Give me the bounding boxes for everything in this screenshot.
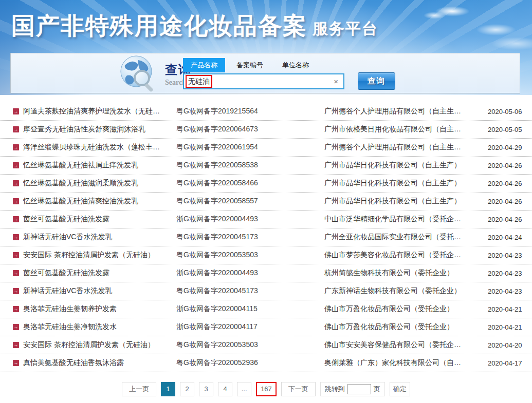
site-title: 国产非特殊用途化妆品备案服务平台 (11, 10, 378, 42)
filing-date: 2020-04-23 (488, 270, 522, 277)
company-name: 佛山市万盈化妆品有限公司（受托企业） (324, 322, 488, 332)
row-arrow-icon: → (13, 252, 19, 258)
row-arrow-icon: → (13, 126, 19, 132)
search-main: 产品名称 备案编号 单位名称 无硅油 × 查询 (183, 58, 395, 90)
product-name-link[interactable]: 阿道夫茶麸控油清爽养护理洗发水（无硅… (23, 107, 176, 116)
row-arrow-icon: → (13, 270, 19, 276)
search-tabs: 产品名称 备案编号 单位名称 (183, 58, 395, 72)
company-name: 佛山市梦莎美容化妆品有限公司（受托企… (324, 251, 488, 260)
page-number-button[interactable]: 167 (256, 382, 277, 396)
filing-number: 浙G妆网备字2020004117 (176, 322, 324, 332)
product-name-link[interactable]: 忆丝琳氨基酸无硅油滋润柔顺洗发乳 (23, 179, 176, 188)
row-arrow-icon: → (13, 324, 19, 330)
jump-label: 跳转到 (325, 385, 345, 394)
filing-date: 2020-04-26 (488, 162, 522, 169)
product-name-link[interactable]: 新神话无硅油VC香水洗发乳 (23, 286, 176, 296)
filing-number: 浙G妆网备字2020004115 (176, 304, 324, 314)
table-row: →阿道夫茶麸控油清爽养护理洗发水（无硅…粤G妆网备字2019215564广州德谷… (0, 103, 532, 121)
page-suffix-label: 页 (374, 385, 380, 394)
row-arrow-icon: → (13, 144, 19, 150)
company-name: 广州市品华日化科技有限公司（自主生产） (324, 197, 488, 206)
table-row: →摩登壹秀无硅油活性炭舒爽滋润沐浴乳粤G妆网备字2020064673广州市依格美… (0, 121, 532, 139)
filing-date: 2020-04-26 (488, 216, 522, 223)
page-number-button[interactable]: 2 (180, 382, 194, 396)
company-name: 广州德谷个人护理用品有限公司（自主生… (324, 143, 488, 152)
company-name: 广东新神话生物科技有限公司（委托企业） (324, 286, 488, 296)
table-row: →安安国际 茶籽控油清屑护发素（无硅油）粤G妆网备字2020053503佛山市安… (0, 336, 532, 354)
filing-number: 粤G妆网备字2020053503 (176, 340, 324, 350)
table-row: →海洋丝缎蝶贝珍珠无硅油洗发水（蓬松丰…粤G妆网备字2020061954广州德谷… (0, 139, 532, 157)
product-name-link[interactable]: 摩登壹秀无硅油活性炭舒爽滋润沐浴乳 (23, 125, 176, 134)
row-arrow-icon: → (13, 108, 19, 114)
jump-page-input[interactable] (347, 384, 371, 394)
filing-number: 粤G妆网备字2020052936 (176, 358, 324, 368)
page-number-button[interactable]: ... (237, 382, 251, 396)
table-row: →安安国际 茶籽控油清屑护发素（无硅油）粤G妆网备字2020053503佛山市梦… (0, 246, 532, 264)
site-title-main: 国产非特殊用途化妆品备案 (11, 12, 307, 39)
filing-number: 浙G妆网备字2020004493 (176, 215, 324, 224)
page-number-button[interactable]: 3 (199, 382, 213, 396)
filing-date: 2020-04-17 (488, 359, 522, 367)
site-title-sub: 服务平台 (313, 20, 378, 37)
company-name: 中山市泛华精细化学品有限公司（受托企… (324, 215, 488, 224)
jump-group: 跳转到 页 (320, 382, 385, 396)
row-arrow-icon: → (13, 360, 19, 366)
filing-number: 粤G妆网备字2020053503 (176, 251, 324, 260)
company-name: 广州德谷个人护理用品有限公司（自主生… (324, 107, 488, 116)
product-name-link[interactable]: 海洋丝缎蝶贝珍珠无硅油洗发水（蓬松丰… (23, 143, 176, 152)
company-name: 广州市依格美日用化妆品有限公司（自主… (324, 125, 488, 134)
table-row: →新神话无硅油VC香水洗发乳粤G妆网备字2020045173广东新神话生物科技有… (0, 282, 532, 300)
product-name-link[interactable]: 忆丝琳氨基酸无硅油清爽控油洗发乳 (23, 197, 176, 206)
filing-date: 2020-04-26 (488, 198, 522, 205)
filing-date: 2020-04-21 (488, 305, 522, 313)
table-row: →奥洛菲无硅油生姜韧养护发素浙G妆网备字2020004115佛山市万盈化妆品有限… (0, 300, 532, 318)
tab-company-name[interactable]: 单位名称 (274, 58, 317, 72)
filing-date: 2020-04-26 (488, 180, 522, 187)
product-name-link[interactable]: 安安国际 茶籽控油清屑护发素（无硅油） (23, 251, 176, 260)
company-name: 广州市品华日化科技有限公司（自主生产） (324, 161, 488, 170)
table-row: →奥洛菲无硅油生姜净韧洗发水浙G妆网备字2020004117佛山市万盈化妆品有限… (0, 318, 532, 336)
company-name: 杭州简懿生物科技有限公司（委托企业） (324, 268, 488, 278)
row-arrow-icon: → (13, 234, 19, 240)
filing-number: 粤G妆网备字2020045173 (176, 286, 324, 296)
tab-filing-number[interactable]: 备案编号 (229, 58, 271, 72)
product-name-link[interactable]: 茵丝可氨基酸无硅油洗发露 (23, 215, 176, 224)
table-row: →茵丝可氨基酸无硅油洗发露浙G妆网备字2020004493中山市泛华精细化学品有… (0, 210, 532, 228)
company-name: 奥俐莱雅（广东）家化科技有限公司（自… (324, 358, 488, 368)
search-input[interactable]: 无硅油 × (183, 73, 344, 89)
search-button[interactable]: 查询 (358, 72, 395, 90)
page: 国产非特殊用途化妆品备案服务平台 (0, 0, 532, 403)
filing-date: 2020-04-29 (488, 144, 522, 151)
product-name-link[interactable]: 新神话无硅油VC香水洗发乳 (23, 233, 176, 242)
table-row: →忆丝琳氨基酸无硅油祛屑止痒洗发乳粤G妆网备字2020058538广州市品华日化… (0, 157, 532, 175)
filing-date: 2020-04-20 (488, 341, 522, 349)
company-name: 广州市品华日化科技有限公司（自主生产） (324, 179, 488, 188)
row-arrow-icon: → (13, 162, 19, 168)
company-name: 佛山市安安美容保健品有限公司（委托企… (324, 340, 488, 350)
page-number-button[interactable]: 1 (161, 382, 175, 396)
filing-date: 2020-05-06 (488, 108, 522, 116)
page-number-button[interactable]: 4 (218, 382, 232, 396)
filing-number: 粤G妆网备字2020045173 (176, 233, 324, 242)
row-arrow-icon: → (13, 198, 19, 204)
clear-icon[interactable]: × (332, 77, 340, 86)
filing-number: 粤G妆网备字2020064673 (176, 125, 324, 134)
table-row: →新神话无硅油VC香水洗发乳粤G妆网备字2020045173广州全亚化妆品国际实… (0, 228, 532, 246)
prev-page-button[interactable]: 上一页 (122, 382, 156, 396)
tab-product-name[interactable]: 产品名称 (183, 58, 225, 72)
filing-number: 粤G妆网备字2020058466 (176, 179, 324, 188)
table-row: →茵丝可氨基酸无硅油洗发露浙G妆网备字2020004493杭州简懿生物科技有限公… (0, 264, 532, 282)
product-name-link[interactable]: 真怡美氨基酸无硅油香氛沐浴露 (23, 358, 176, 368)
product-name-link[interactable]: 奥洛菲无硅油生姜韧养护发素 (23, 304, 176, 314)
confirm-button[interactable]: 确定 (390, 382, 410, 396)
search-query-annotation: 无硅油 (186, 75, 212, 88)
row-arrow-icon: → (13, 180, 19, 186)
row-arrow-icon: → (13, 306, 19, 312)
product-name-link[interactable]: 忆丝琳氨基酸无硅油祛屑止痒洗发乳 (23, 161, 176, 170)
filing-number: 粤G妆网备字2020058557 (176, 197, 324, 206)
product-name-link[interactable]: 安安国际 茶籽控油清屑护发素（无硅油） (23, 340, 176, 350)
row-arrow-icon: → (13, 342, 19, 348)
product-name-link[interactable]: 奥洛菲无硅油生姜净韧洗发水 (23, 322, 176, 332)
product-name-link[interactable]: 茵丝可氨基酸无硅油洗发露 (23, 268, 176, 278)
next-page-button[interactable]: 下一页 (281, 382, 316, 396)
